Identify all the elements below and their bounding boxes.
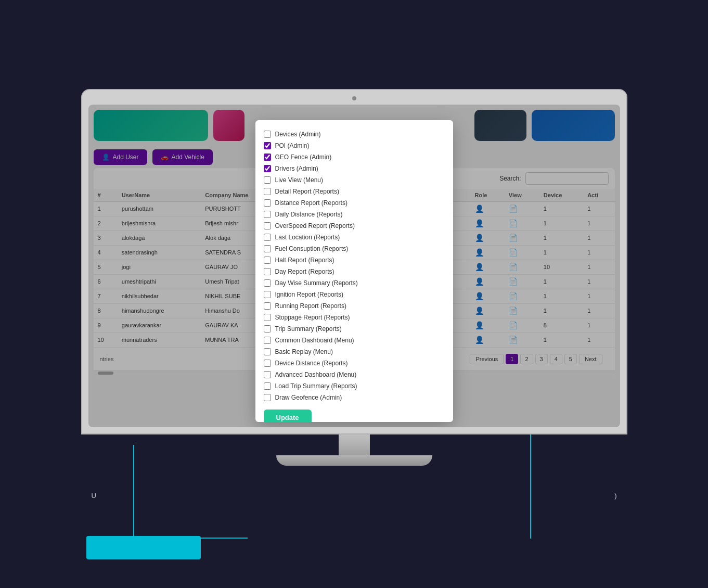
checkbox-item: Ignition Report (Reports)	[264, 289, 445, 300]
bottom-label-left: U	[92, 492, 96, 500]
checkbox-label: Drivers (Admin)	[275, 165, 318, 172]
checkbox-label: Common Dashboard (Menu)	[275, 337, 354, 344]
checkbox-input[interactable]	[264, 279, 271, 287]
checkbox-input[interactable]	[264, 291, 271, 298]
monitor-neck	[339, 434, 370, 455]
screen-content: 👤 Add User 🚗 Add Vehicle Search:	[88, 105, 620, 427]
checkbox-input[interactable]	[264, 360, 271, 367]
modal-box: Devices (Admin) POI (Admin) GEO Fence (A…	[255, 120, 453, 422]
checkbox-item: Distance Report (Reports)	[264, 197, 445, 209]
monitor-wrapper: 👤 Add User 🚗 Add Vehicle Search:	[68, 89, 640, 500]
checkbox-input[interactable]	[264, 154, 271, 161]
checkbox-label: Basic Replay (Menu)	[275, 348, 333, 355]
checkbox-input[interactable]	[264, 394, 271, 401]
checkbox-input[interactable]	[264, 382, 271, 390]
update-button[interactable]: Update	[264, 410, 312, 422]
checkbox-item: Last Location (Reports)	[264, 232, 445, 243]
checkbox-label: Detail Report (Reports)	[275, 188, 339, 195]
annotation-label-box	[86, 536, 201, 559]
annotation-line-left	[133, 445, 248, 539]
checkbox-input[interactable]	[264, 245, 271, 252]
checkbox-input[interactable]	[264, 302, 271, 310]
checkbox-input[interactable]	[264, 268, 271, 275]
bottom-label-right: )	[614, 492, 616, 500]
checkbox-input[interactable]	[264, 199, 271, 207]
checkbox-input[interactable]	[264, 211, 271, 218]
checkbox-label: POI (Admin)	[275, 142, 310, 149]
checkbox-item: Devices (Admin)	[264, 129, 445, 140]
monitor-screen: 👤 Add User 🚗 Add Vehicle Search:	[81, 89, 627, 434]
checkbox-item: OverSpeed Report (Reports)	[264, 220, 445, 232]
modal-overlay: Devices (Admin) POI (Admin) GEO Fence (A…	[88, 105, 620, 427]
checkbox-input[interactable]	[264, 337, 271, 344]
checkbox-item: Fuel Consuption (Reports)	[264, 243, 445, 254]
checkbox-label: Day Wise Summary (Reports)	[275, 279, 358, 287]
checkbox-input[interactable]	[264, 142, 271, 149]
checkbox-input[interactable]	[264, 325, 271, 333]
monitor-base	[276, 455, 432, 466]
checkbox-item: Draw Geofence (Admin)	[264, 392, 445, 403]
checkbox-input[interactable]	[264, 234, 271, 241]
checkbox-input[interactable]	[264, 314, 271, 321]
checkbox-item: Basic Replay (Menu)	[264, 346, 445, 357]
checkbox-item: Drivers (Admin)	[264, 163, 445, 174]
checkbox-item: Day Report (Reports)	[264, 266, 445, 277]
checkbox-label: Distance Report (Reports)	[275, 199, 347, 207]
checkbox-label: OverSpeed Report (Reports)	[275, 222, 355, 229]
checkbox-label: Halt Report (Reports)	[275, 257, 334, 264]
checkbox-item: Running Report (Reports)	[264, 300, 445, 312]
checkbox-item: Daily Distance (Reports)	[264, 209, 445, 220]
checkbox-item: Detail Report (Reports)	[264, 186, 445, 197]
checkbox-list: Devices (Admin) POI (Admin) GEO Fence (A…	[264, 129, 445, 403]
checkbox-label: Trip Summary (Reports)	[275, 325, 342, 333]
checkbox-item: Advanced Dashboard (Menu)	[264, 369, 445, 380]
checkbox-label: GEO Fence (Admin)	[275, 154, 332, 161]
checkbox-input[interactable]	[264, 371, 271, 378]
checkbox-input[interactable]	[264, 188, 271, 195]
checkbox-item: Live View (Menu)	[264, 174, 445, 186]
checkbox-label: Stoppage Report (Reports)	[275, 314, 350, 321]
checkbox-item: Trip Summary (Reports)	[264, 323, 445, 335]
checkbox-input[interactable]	[264, 165, 271, 172]
checkbox-label: Last Location (Reports)	[275, 234, 340, 241]
checkbox-item: Stoppage Report (Reports)	[264, 312, 445, 323]
checkbox-label: Advanced Dashboard (Menu)	[275, 371, 357, 378]
checkbox-label: Live View (Menu)	[275, 176, 323, 184]
checkbox-item: Load Trip Summary (Reports)	[264, 380, 445, 392]
checkbox-input[interactable]	[264, 222, 271, 229]
checkbox-input[interactable]	[264, 131, 271, 138]
checkbox-label: Ignition Report (Reports)	[275, 291, 343, 298]
checkbox-label: Daily Distance (Reports)	[275, 211, 343, 218]
checkbox-label: Fuel Consuption (Reports)	[275, 245, 349, 252]
checkbox-input[interactable]	[264, 257, 271, 264]
checkbox-item: POI (Admin)	[264, 140, 445, 151]
checkbox-label: Day Report (Reports)	[275, 268, 334, 275]
checkbox-item: GEO Fence (Admin)	[264, 151, 445, 163]
checkbox-label: Draw Geofence (Admin)	[275, 394, 342, 401]
checkbox-item: Device Distance (Reports)	[264, 357, 445, 369]
checkbox-item: Common Dashboard (Menu)	[264, 335, 445, 346]
checkbox-item: Day Wise Summary (Reports)	[264, 277, 445, 289]
checkbox-input[interactable]	[264, 176, 271, 184]
checkbox-label: Running Report (Reports)	[275, 302, 346, 310]
checkbox-label: Load Trip Summary (Reports)	[275, 382, 357, 390]
annotation-line-right	[530, 434, 531, 539]
checkbox-item: Halt Report (Reports)	[264, 254, 445, 266]
monitor-camera	[352, 96, 356, 100]
checkbox-label: Devices (Admin)	[275, 131, 321, 138]
checkbox-input[interactable]	[264, 348, 271, 355]
checkbox-label: Device Distance (Reports)	[275, 360, 348, 367]
